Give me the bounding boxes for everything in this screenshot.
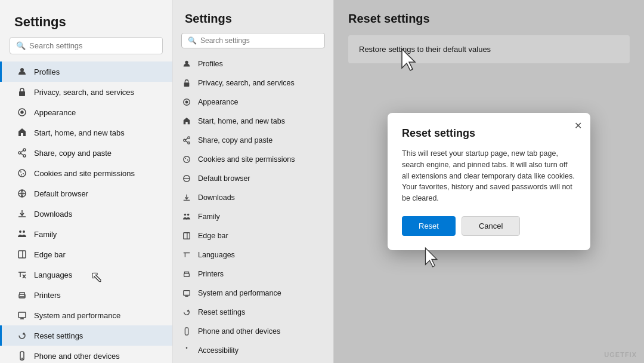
printers-icon — [16, 289, 28, 301]
m-privacy-icon — [181, 78, 192, 88]
middle-item-downloads[interactable]: Downloads — [173, 188, 333, 207]
sidebar-item-privacy[interactable]: Privacy, search, and services — [0, 82, 172, 102]
svg-marker-58 — [426, 248, 437, 267]
middle-item-cookies[interactable]: Cookies and site permissions — [173, 150, 333, 169]
middle-item-about[interactable]: About Microsoft Edge — [173, 360, 333, 363]
sidebar-item-languages[interactable]: Languages — [0, 264, 172, 285]
middle-search-input[interactable] — [200, 36, 318, 45]
svg-rect-52 — [184, 291, 190, 296]
sidebar-item-family[interactable]: Family — [0, 224, 172, 244]
m-start-icon — [181, 116, 192, 127]
sidebar-item-phone[interactable]: Phone and other devices — [0, 346, 172, 363]
middle-item-family[interactable]: Family — [173, 207, 333, 226]
m-phone-icon — [181, 326, 192, 337]
m-family-icon — [181, 211, 192, 222]
watermark: UGETFIX — [604, 351, 637, 358]
m-system-icon — [181, 288, 192, 299]
svg-rect-18 — [18, 251, 26, 258]
middle-item-printers[interactable]: Printers — [173, 264, 333, 284]
sidebar-item-appearance[interactable]: Appearance — [0, 102, 172, 122]
system-icon — [16, 309, 28, 321]
middle-item-share[interactable]: Share, copy and paste — [173, 131, 333, 150]
edgebar-icon — [16, 248, 28, 260]
middle-item-privacy[interactable]: Privacy, search, and services — [173, 73, 333, 93]
svg-point-6 — [18, 152, 21, 154]
sidebar-item-edgebar[interactable]: Edge bar — [0, 244, 172, 264]
middle-item-languages[interactable]: Languages — [173, 245, 333, 264]
svg-point-16 — [19, 230, 21, 233]
svg-point-36 — [188, 142, 190, 144]
svg-point-4 — [23, 149, 26, 151]
sidebar: Settings 🔍 Profiles Privacy, search, and… — [0, 0, 173, 363]
modal-body: This will reset your startup page, new t… — [402, 148, 576, 204]
privacy-icon — [16, 86, 28, 98]
m-edgebar-icon — [181, 230, 192, 241]
middle-item-phone[interactable]: Phone and other devices — [173, 322, 333, 341]
svg-rect-54 — [185, 328, 188, 335]
profiles-icon — [16, 66, 28, 78]
svg-point-5 — [23, 155, 26, 157]
svg-rect-49 — [184, 233, 190, 239]
svg-point-9 — [18, 170, 26, 177]
sidebar-item-appearance-label: Appearance — [34, 108, 76, 117]
middle-item-system[interactable]: System and performance — [173, 284, 333, 303]
svg-line-8 — [21, 153, 23, 155]
middle-search-box[interactable]: 🔍 — [181, 33, 325, 48]
svg-point-3 — [21, 111, 23, 113]
sidebar-item-start[interactable]: Start, home, and new tabs — [0, 122, 172, 143]
svg-rect-51 — [184, 273, 190, 276]
modal-cancel-button[interactable]: Cancel — [462, 216, 520, 236]
svg-rect-32 — [184, 82, 190, 87]
svg-point-11 — [23, 173, 24, 174]
sidebar-item-system[interactable]: System and performance — [0, 305, 172, 325]
sidebar-item-reset[interactable]: Reset settings — [0, 325, 172, 346]
svg-point-35 — [188, 137, 190, 139]
svg-point-40 — [184, 156, 190, 163]
reset-icon — [16, 330, 28, 342]
svg-point-47 — [184, 214, 187, 216]
browser-icon — [16, 187, 28, 199]
m-share-icon — [181, 135, 192, 146]
svg-point-41 — [185, 158, 186, 159]
sidebar-item-printers[interactable]: Printers — [0, 285, 172, 305]
middle-item-edgebar[interactable]: Edge bar — [173, 226, 333, 245]
sidebar-item-cookies[interactable]: Cookies and site permissions — [0, 163, 172, 183]
sidebar-item-edgebar-label: Edge bar — [34, 250, 66, 259]
svg-rect-1 — [19, 91, 25, 96]
m-reset-icon — [181, 307, 192, 318]
middle-search-icon: 🔍 — [188, 36, 197, 45]
sidebar-item-share[interactable]: Share, copy and paste — [0, 143, 172, 163]
sidebar-nav: Profiles Privacy, search, and services A… — [0, 61, 172, 363]
svg-point-48 — [187, 214, 190, 216]
cookies-icon — [16, 167, 28, 179]
modal-reset-button[interactable]: Reset — [402, 216, 456, 236]
middle-item-appearance[interactable]: Appearance — [173, 93, 333, 112]
modal-close-button[interactable]: ✕ — [574, 120, 582, 131]
sidebar-item-browser-label: Default browser — [34, 189, 88, 198]
sidebar-item-phone-label: Phone and other devices — [34, 352, 120, 361]
m-printers-icon — [181, 269, 192, 279]
middle-item-start[interactable]: Start, home, and new tabs — [173, 112, 333, 131]
middle-item-reset[interactable]: Reset settings — [173, 303, 333, 322]
middle-item-accessibility[interactable]: Accessibility — [173, 341, 333, 360]
languages-icon — [16, 269, 28, 281]
sidebar-item-languages-label: Languages — [34, 270, 72, 279]
sidebar-item-reset-label: Reset settings — [34, 331, 83, 340]
svg-point-10 — [20, 171, 21, 173]
downloads-icon — [16, 208, 28, 220]
sidebar-item-default-browser[interactable]: Default browser — [0, 183, 172, 204]
middle-item-profiles[interactable]: Profiles — [173, 54, 333, 73]
sidebar-search-input[interactable] — [29, 41, 156, 50]
phone-icon — [16, 350, 28, 362]
sidebar-item-downloads[interactable]: Downloads — [0, 204, 172, 224]
sidebar-search-box[interactable]: 🔍 — [10, 37, 163, 54]
svg-line-38 — [185, 139, 188, 140]
m-languages-icon — [181, 250, 192, 260]
sidebar-item-profiles[interactable]: Profiles — [0, 61, 172, 82]
sidebar-item-family-label: Family — [34, 230, 57, 239]
svg-point-12 — [21, 174, 22, 176]
family-icon — [16, 228, 28, 240]
sidebar-item-cookies-label: Cookies and site permissions — [34, 169, 135, 178]
middle-item-browser[interactable]: Default browser — [173, 169, 333, 188]
svg-rect-22 — [18, 312, 26, 318]
